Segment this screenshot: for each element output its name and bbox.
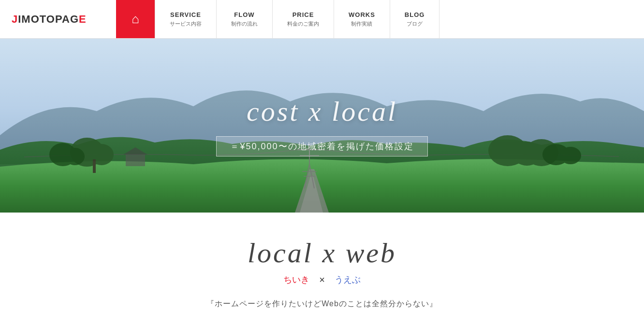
nav-service-label: SERVICE [170, 11, 201, 18]
hero-section: cost x local ＝¥50,000〜の地域密着を掲げた価格設定 [0, 39, 644, 213]
home-nav-button[interactable]: ⌂ [116, 0, 155, 38]
logo-middle: IMOTOPAG [18, 13, 79, 25]
nav-item-blog[interactable]: BLOG ブログ [390, 0, 440, 38]
main-nav: SERVICE サービス内容 FLOW 制作の流れ PRICE 料金のご案内 W… [155, 0, 439, 38]
home-icon: ⌂ [132, 12, 139, 27]
hero-subtitle: ＝¥50,000〜の地域密着を掲げた価格設定 [216, 136, 427, 156]
nav-flow-label: FLOW [234, 11, 254, 18]
nav-item-works[interactable]: WORKS 制作実績 [334, 0, 390, 38]
nav-price-sub: 料金のご案内 [287, 20, 319, 28]
nav-price-label: PRICE [293, 11, 314, 18]
hero-content: cost x local ＝¥50,000〜の地域密着を掲げた価格設定 [216, 95, 427, 156]
logo-e: E [79, 13, 87, 25]
nav-item-price[interactable]: PRICE 料金のご案内 [273, 0, 334, 38]
logo-area: JIMOTOPAGE [0, 0, 116, 38]
nav-blog-label: BLOG [405, 11, 425, 18]
header: JIMOTOPAGE ⌂ SERVICE サービス内容 FLOW 制作の流れ P… [0, 0, 644, 39]
svg-point-12 [65, 148, 85, 165]
nav-works-sub: 制作実績 [351, 20, 372, 28]
nav-item-flow[interactable]: FLOW 制作の流れ [217, 0, 273, 38]
nav-item-service[interactable]: SERVICE サービス内容 [155, 0, 217, 38]
lower-description: 『ホームページを作りたいけどWebのことは全然分からない』 [10, 299, 634, 309]
svg-point-17 [560, 147, 581, 164]
svg-rect-18 [126, 155, 145, 166]
hero-title: cost x local [216, 95, 427, 128]
logo-j: J [12, 13, 18, 25]
nav-blog-sub: ブログ [407, 20, 423, 28]
lower-title: local x web [10, 237, 634, 269]
nav-works-label: WORKS [349, 11, 375, 18]
ruby-web: うえぶ [335, 274, 361, 285]
nav-service-sub: サービス内容 [170, 20, 202, 28]
nav-flow-sub: 制作の流れ [231, 20, 258, 28]
ruby-x-symbol: × [319, 274, 325, 285]
svg-rect-10 [93, 159, 96, 173]
lower-section: local x web ちいき × うえぶ 『ホームページを作りたいけどWebの… [0, 213, 644, 313]
lower-subtitle-row: ちいき × うえぶ [10, 274, 634, 285]
ruby-chiiki: ちいき [283, 274, 309, 285]
logo: JIMOTOPAGE [12, 13, 87, 26]
